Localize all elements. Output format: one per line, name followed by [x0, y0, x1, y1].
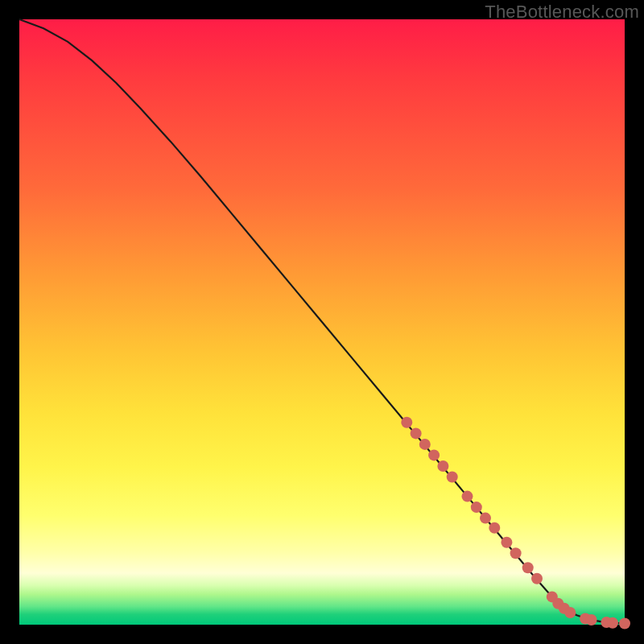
curve-marker	[501, 537, 512, 548]
curve-marker	[428, 449, 440, 460]
curve-marker	[401, 417, 412, 428]
attribution-label: TheBottleneck.com	[485, 2, 639, 23]
curve-marker	[522, 562, 534, 573]
curve-marker	[564, 607, 576, 618]
curve-marker	[531, 573, 543, 584]
curve-marker	[447, 472, 458, 483]
curve-marker	[510, 547, 522, 559]
curve-marker	[489, 522, 500, 534]
chart-stage: TheBottleneck.com	[0, 0, 644, 644]
curve-marker	[480, 513, 491, 524]
curve-marker	[437, 460, 448, 472]
curve-marker	[586, 614, 597, 625]
curve-marker	[471, 502, 482, 513]
curve-marker	[462, 491, 473, 502]
curve-marker	[619, 618, 630, 630]
curve-marker	[607, 617, 618, 629]
curve-markers	[401, 417, 630, 630]
chart-svg	[19, 19, 625, 625]
plot-area	[19, 19, 625, 625]
bottleneck-curve	[19, 19, 625, 624]
curve-marker	[411, 427, 422, 439]
curve-marker	[419, 439, 431, 450]
